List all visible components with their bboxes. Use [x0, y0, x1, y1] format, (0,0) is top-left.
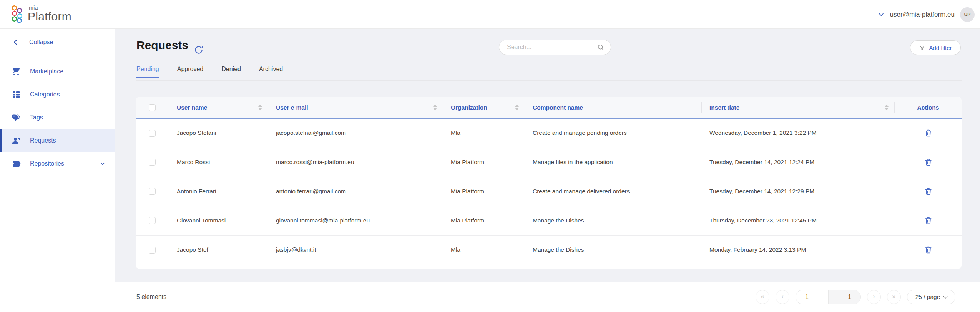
sort-icon[interactable]: [515, 105, 519, 110]
cell-organization: Mia Platform: [443, 206, 525, 235]
row-checkbox[interactable]: [149, 188, 156, 195]
sidebar-item-categories[interactable]: Categories: [0, 83, 115, 106]
column-header-user-email[interactable]: User e-mail: [268, 97, 443, 118]
cart-icon: [12, 67, 21, 76]
tab-bar: Pending Approved Denied Archived: [136, 66, 283, 78]
chevron-down-icon: [100, 161, 106, 167]
cell-organization: Mia Platform: [443, 148, 525, 177]
column-header-user-name[interactable]: User name: [168, 97, 268, 118]
current-page-input[interactable]: 1: [796, 290, 828, 304]
table-row[interactable]: Jacopo Stef jasbjv@dkvnt.it Mla Manage t…: [136, 235, 962, 264]
user-menu[interactable]: user@mia-platform.eu UP: [878, 0, 975, 29]
table-header-row: User name User e-mail Organization Compo…: [136, 97, 962, 118]
total-elements-label: 5 elements: [136, 294, 166, 300]
filter-icon: [919, 45, 925, 51]
search-icon[interactable]: [597, 43, 605, 51]
search-box: [499, 40, 611, 55]
page-size-label: 25 / page: [915, 294, 940, 300]
cell-component-name: Create and manage delivered orders: [525, 177, 702, 206]
collapse-label: Collapse: [29, 39, 53, 46]
cell-organization: Mla: [443, 235, 525, 264]
sidebar-item-label: Tags: [30, 114, 43, 121]
select-all-header[interactable]: [136, 97, 168, 118]
first-page-button[interactable]: «: [756, 290, 769, 304]
trash-icon: [924, 246, 933, 254]
table-row[interactable]: Marco Rossi marco.rossi@mia-platform.eu …: [136, 148, 962, 177]
sidebar-item-repositories[interactable]: Repositories: [0, 152, 115, 175]
user-add-icon: [12, 136, 21, 145]
sort-icon[interactable]: [258, 105, 262, 110]
mia-platform-logo: mia Platform: [10, 5, 71, 23]
cell-organization: Mla: [443, 118, 525, 148]
row-checkbox[interactable]: [149, 130, 156, 137]
brand-text-mia: mia: [28, 5, 71, 10]
row-checkbox[interactable]: [149, 217, 156, 224]
sidebar-item-label: Marketplace: [30, 68, 63, 75]
sidebar-collapse-button[interactable]: Collapse: [0, 29, 115, 56]
sidebar-item-label: Categories: [30, 91, 60, 98]
cell-insert-date: Tuesday, December 14, 2021 12:29 PM: [702, 177, 895, 206]
add-filter-button[interactable]: Add filter: [910, 40, 961, 55]
delete-button[interactable]: [922, 244, 934, 256]
delete-button[interactable]: [922, 127, 934, 139]
table-row[interactable]: Giovanni Tommasi giovanni.tommasi@mia-pl…: [136, 206, 962, 235]
delete-button[interactable]: [922, 156, 934, 168]
tab-approved[interactable]: Approved: [177, 66, 204, 78]
avatar: UP: [960, 7, 975, 22]
sort-icon[interactable]: [885, 105, 889, 110]
table-footer: 5 elements « ‹ 1 1 › » 25 / page: [115, 282, 980, 312]
next-page-button[interactable]: ›: [867, 290, 881, 304]
tab-denied[interactable]: Denied: [221, 66, 241, 78]
sidebar: Collapse Marketplace Categories Tags Req…: [0, 29, 115, 312]
row-checkbox[interactable]: [149, 247, 156, 254]
trash-icon: [924, 187, 933, 196]
pagination: « ‹ 1 1 › » 25 / page: [756, 282, 955, 312]
chevron-down-icon: [943, 294, 948, 298]
trash-icon: [924, 216, 933, 225]
chevron-left-icon: [12, 39, 19, 46]
list-icon: [12, 90, 21, 99]
cell-user-name: Antonio Ferrari: [168, 177, 268, 206]
cell-component-name: Manage the Dishes: [525, 206, 702, 235]
requests-table: User name User e-mail Organization Compo…: [136, 97, 962, 264]
column-header-organization[interactable]: Organization: [443, 97, 525, 118]
tab-archived[interactable]: Archived: [259, 66, 283, 78]
search-input[interactable]: [507, 44, 597, 51]
column-header-insert-date[interactable]: Insert date: [702, 97, 895, 118]
sidebar-item-marketplace[interactable]: Marketplace: [0, 60, 115, 83]
trash-icon: [924, 129, 933, 138]
cell-user-email: antonio.ferrari@gmail.com: [268, 177, 443, 206]
delete-button[interactable]: [922, 186, 934, 197]
table-body: Jacopo Stefani jacopo.stefnai@gmail.com …: [136, 118, 962, 264]
page-jumper: 1 1: [796, 290, 861, 304]
last-page-button[interactable]: »: [887, 290, 901, 304]
previous-page-button[interactable]: ‹: [776, 290, 789, 304]
tab-pending[interactable]: Pending: [136, 66, 159, 78]
requests-table-card: User name User e-mail Organization Compo…: [136, 97, 962, 269]
cell-component-name: Manage the Dishes: [525, 235, 702, 264]
tabs-divider: [136, 80, 962, 81]
sidebar-nav: Marketplace Categories Tags Requests Rep…: [0, 56, 115, 175]
add-filter-label: Add filter: [929, 45, 952, 51]
folder-icon: [12, 159, 21, 168]
sidebar-item-tags[interactable]: Tags: [0, 106, 115, 129]
sidebar-item-requests[interactable]: Requests: [0, 129, 115, 152]
select-all-checkbox[interactable]: [149, 104, 156, 111]
cell-user-email: jacopo.stefnai@gmail.com: [268, 118, 443, 148]
table-row[interactable]: Jacopo Stefani jacopo.stefnai@gmail.com …: [136, 118, 962, 148]
page-size-select[interactable]: 25 / page: [907, 290, 955, 304]
cell-user-name: Giovanni Tommasi: [168, 206, 268, 235]
cell-user-name: Jacopo Stefani: [168, 118, 268, 148]
table-row[interactable]: Antonio Ferrari antonio.ferrari@gmail.co…: [136, 177, 962, 206]
delete-button[interactable]: [922, 215, 934, 227]
cell-user-email: jasbjv@dkvnt.it: [268, 235, 443, 264]
topbar-divider: [854, 4, 854, 24]
chevron-down-icon: [878, 11, 885, 18]
cell-organization: Mia Platform: [443, 177, 525, 206]
user-email: user@mia-platform.eu: [890, 11, 955, 18]
column-header-component-name: Component name: [525, 97, 702, 118]
row-checkbox[interactable]: [149, 159, 156, 166]
refresh-button[interactable]: [193, 45, 204, 56]
tags-icon: [12, 113, 21, 122]
sort-icon[interactable]: [433, 105, 437, 110]
